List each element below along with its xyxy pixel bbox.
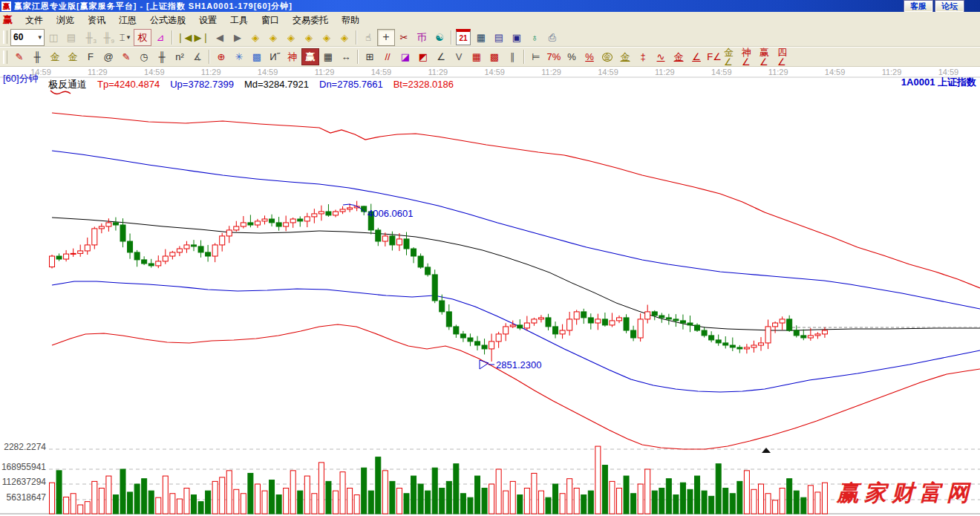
parallel-lines-icon[interactable]: ∥ [503,48,521,65]
percent-cut-icon[interactable]: 7% [545,48,563,65]
diamond-expand-icon[interactable]: ◈ [300,29,318,46]
spiral-icon[interactable]: @ [99,48,117,65]
notebook-icon[interactable]: ▤ [490,29,508,46]
menu-item-文件[interactable]: 文件 [19,13,50,28]
shen-tool-icon[interactable]: 神 [284,48,301,65]
candle-body [326,212,331,215]
gold-underline-icon[interactable]: 金 [670,48,687,65]
save-icon[interactable]: ▣ [508,29,526,46]
calculator-icon[interactable]: ▦ [472,29,490,46]
hand-tool-icon[interactable]: ☝ [359,29,377,46]
golden-section-icon[interactable]: 金 [46,48,64,65]
k-mark-icon[interactable]: И˝ [266,48,284,65]
gold-angle-icon[interactable]: 金∠ [723,48,741,65]
grid-123-icon[interactable]: ▦ [319,48,337,65]
fan-tool-icon[interactable]: ◪ [396,48,414,65]
calendar-icon[interactable]: 21 [456,29,471,45]
restore-rights-icon[interactable]: 权 [134,29,151,46]
fibonacci-f-icon[interactable]: F [82,48,99,65]
first-page-icon[interactable]: ❘◀ [175,29,193,46]
menu-item-工具[interactable]: 工具 [223,13,255,28]
overlay-chart-icon[interactable]: ◫ [45,29,62,46]
chart-area[interactable]: 14:5911:2914:5911:2914:5911:2914:5911:29… [0,67,980,516]
prev-page-icon[interactable]: ◀ [211,29,229,46]
note-icon[interactable]: ▤ [62,29,80,46]
kline-3-icon[interactable]: ╫3 [80,29,98,46]
n-square-icon[interactable]: n² [171,48,189,65]
candle-body [85,245,90,251]
indicator-value: Up=3782.7399 [170,79,234,90]
angle-lines-icon[interactable]: ∠ [432,48,450,65]
kline-9-icon[interactable]: ╫9 [98,29,116,46]
crosshair-tool-icon[interactable]: + [377,29,395,46]
four-angle-icon[interactable]: 四∠ [777,48,794,65]
shen-angle-icon[interactable]: 神∠ [741,48,759,65]
nine-grid-icon[interactable]: ▩ [248,48,266,65]
percent-icon[interactable]: % [563,48,581,65]
menu-item-江恩[interactable]: 江恩 [112,13,143,28]
candle-body [709,336,714,340]
red-grid-icon[interactable]: ▦ [468,48,486,65]
candle-body [376,230,381,241]
volume-bar [680,483,685,514]
volume-chart-icon[interactable]: ⊿ [151,29,169,46]
toolbar-grip[interactable] [3,30,7,44]
candlestick-chart[interactable]: 14:5911:2914:5911:2914:5911:2914:5911:29… [0,67,980,516]
web-icon[interactable]: ♁ [526,29,543,46]
mark-pencil-icon[interactable]: ‡ [634,48,652,65]
volume-bar [460,494,466,514]
rect-tool-icon[interactable]: ⊞ [361,48,379,65]
width-adjust-icon[interactable]: ↔ [337,48,355,65]
scale-tool-icon[interactable]: ⊨ [527,48,545,65]
box-rays-icon[interactable]: ◩ [414,48,432,65]
trough-annotation: 2851.2300 [496,359,541,370]
angle-red-icon[interactable]: ∠ [687,48,705,65]
diamond-zoom-out-icon[interactable]: ◈ [336,29,353,46]
diamond-compress-icon[interactable]: ◈ [282,29,300,46]
wave-icon[interactable]: ∿ [652,48,670,65]
ying-angle-icon[interactable]: 赢∠ [759,48,777,65]
diamond-right-icon[interactable]: ◈ [264,29,282,46]
menu-item-窗口[interactable]: 窗口 [255,13,286,28]
gann-circle-icon[interactable]: ⊕ [212,48,230,65]
next-page-icon[interactable]: ▶ [229,29,246,46]
red-grid-box-icon[interactable]: ▩ [486,48,503,65]
menu-item-公式选股[interactable]: 公式选股 [143,13,192,28]
pencil-tool-icon[interactable]: ✎ [10,48,28,65]
gold-circle-icon[interactable]: 金 [598,48,616,65]
diamond-zoom-in-icon[interactable]: ◈ [318,29,336,46]
menu-item-设置[interactable]: 设置 [192,13,223,28]
last-page-icon[interactable]: ▶❘ [193,29,211,46]
brush-icon[interactable]: ✎ [117,48,135,65]
percent-line-icon[interactable]: % [581,48,598,65]
title-bar[interactable]: 赢 赢家江恩专业版[赢家服务平台] - [上证指数 SH1A0001-179[6… [0,0,980,12]
gold-lines-icon[interactable]: 金 [616,48,634,65]
ruler-grid-icon[interactable]: ╫ [153,48,171,65]
gann-draw-icon[interactable]: 币 [413,29,431,46]
toolbar-grip[interactable] [3,50,7,64]
ying-tool-icon[interactable]: 赢 [301,48,319,65]
cloud-tool-icon[interactable]: ☯ [431,29,448,46]
candle-style-icon[interactable]: ⌶ [116,29,134,46]
volume-bar [270,480,275,514]
forum-button[interactable]: 论坛 [935,1,964,12]
diamond-left-icon[interactable]: ◈ [246,29,264,46]
wheel-in-wheel-icon[interactable]: ✳ [230,48,248,65]
v-line-icon[interactable]: V [450,48,468,65]
menu-item-交易委托[interactable]: 交易委托 [286,13,335,28]
golden-ratio-icon[interactable]: 金 [64,48,82,65]
f-angle-icon[interactable]: F∠ [705,48,723,65]
cut-line-icon[interactable]: ✂ [395,29,413,46]
volume-bar [192,495,197,514]
time-cycle-icon[interactable]: ◷ [135,48,153,65]
period-selector[interactable]: 60 [10,29,45,46]
print-icon[interactable]: ⎙ [543,29,561,46]
menu-item-资讯[interactable]: 资讯 [81,13,112,28]
menu-item-帮助[interactable]: 帮助 [335,13,366,28]
menu-item-浏览[interactable]: 浏览 [50,13,81,28]
rays-icon[interactable]: // [379,48,396,65]
customer-service-button[interactable]: 客服 [904,1,932,12]
angle-measure-icon[interactable]: ∡ [189,48,206,65]
gann-grid-icon[interactable]: ╫ [28,48,46,65]
volume-bar [304,476,310,514]
